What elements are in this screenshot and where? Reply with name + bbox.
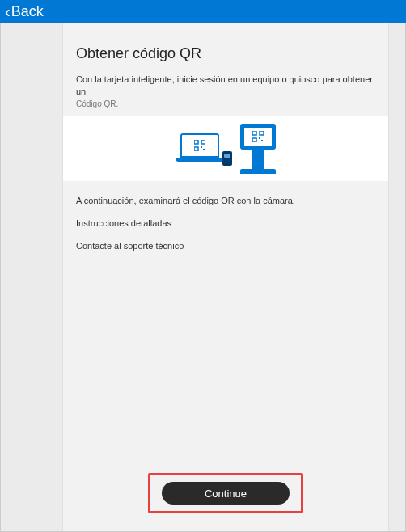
svg-rect-7	[252, 138, 256, 142]
laptop-icon	[176, 133, 224, 164]
continue-highlight: Continue	[148, 473, 303, 513]
page-subtitle-small: Código QR.	[76, 99, 375, 108]
qr-icon	[194, 140, 205, 151]
page-title: Obtener código QR	[76, 45, 375, 62]
back-button[interactable]: Back	[11, 3, 44, 20]
svg-rect-2	[194, 147, 198, 151]
app-shell: Obtener código QR Con la tarjeta intelig…	[0, 23, 406, 532]
svg-rect-0	[194, 140, 198, 144]
svg-rect-6	[260, 131, 264, 135]
svg-rect-1	[201, 140, 205, 144]
chevron-left-icon[interactable]: ‹	[5, 2, 11, 21]
kiosk-icon	[240, 124, 276, 174]
detailed-instructions-link[interactable]: Instrucciones detalladas	[76, 218, 375, 228]
svg-rect-9	[261, 140, 263, 141]
qr-icon	[252, 131, 264, 142]
contact-support-link[interactable]: Contacte al soporte técnico	[76, 241, 375, 251]
page-subtitle: Con la tarjeta inteligente, inicie sesió…	[76, 74, 375, 98]
svg-rect-5	[252, 131, 256, 135]
svg-rect-3	[201, 146, 202, 148]
gutter-right	[389, 23, 405, 531]
card-reader-icon	[222, 151, 232, 166]
continue-button[interactable]: Continue	[162, 482, 290, 505]
scan-instruction: A continuación, examinará el código OR c…	[76, 196, 375, 205]
svg-rect-4	[203, 149, 205, 150]
gutter-left	[1, 23, 62, 531]
header-bar: ‹ Back	[0, 0, 406, 23]
illustration-banner	[63, 116, 388, 181]
svg-rect-8	[259, 137, 260, 139]
content-panel: Obtener código QR Con la tarjeta intelig…	[62, 23, 389, 531]
